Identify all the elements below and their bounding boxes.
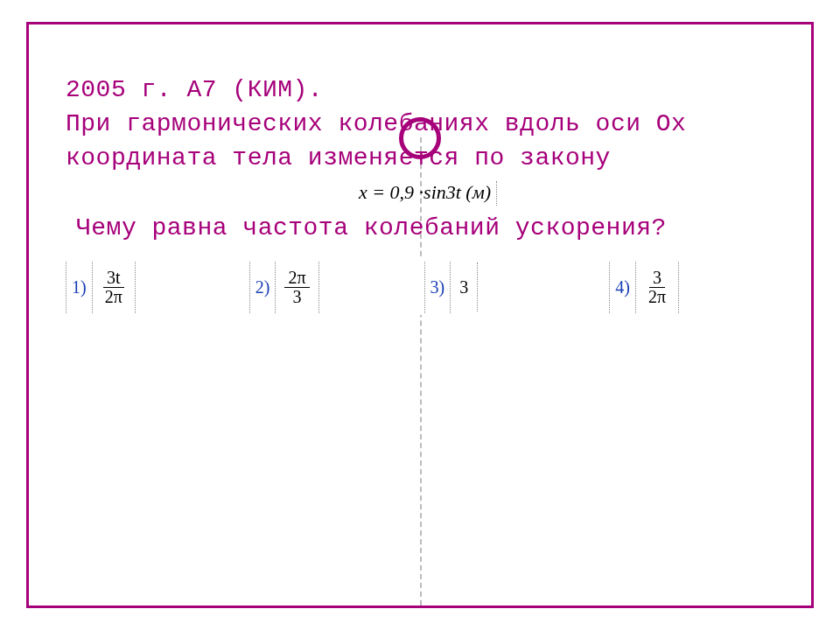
- answer-3: 3) 3: [424, 259, 479, 315]
- equation: x = 0,9 ·sin3t (м): [354, 181, 497, 206]
- frac-den: 3: [290, 288, 305, 306]
- fraction-icon: 2π 3: [284, 269, 309, 306]
- equation-text: x = 0,9 ·sin3t (м): [359, 181, 491, 203]
- frac-den: 2π: [102, 288, 126, 306]
- answer-4: 4) 3 2π: [609, 259, 679, 315]
- answer-1-value: 3t 2π: [96, 262, 136, 313]
- answer-1: 1) 3t 2π: [66, 259, 136, 315]
- slide-frame: 2005 г. А7 (КИМ). При гармонических коле…: [26, 22, 814, 608]
- frac-den: 2π: [645, 288, 669, 306]
- answer-4-number: 4): [609, 262, 636, 313]
- frac-num: 3t: [103, 269, 124, 288]
- answer-2: 2) 2π 3: [249, 259, 319, 315]
- content-block: 2005 г. А7 (КИМ). При гармонических коле…: [66, 73, 785, 245]
- fraction-icon: 3 2π: [645, 269, 669, 306]
- answer-4-value: 3 2π: [640, 262, 679, 313]
- answer-2-number: 2): [249, 262, 276, 313]
- answers-row: 1) 3t 2π 2) 2π 3 3) 3 4): [66, 259, 783, 315]
- equation-row: x = 0,9 ·sin3t (м): [66, 181, 785, 206]
- question-text: Чему равна частота колебаний ускорения?: [66, 211, 785, 245]
- ring-decoration: [399, 117, 441, 159]
- task-header: 2005 г. А7 (КИМ).: [66, 73, 785, 107]
- answer-3-value: 3: [454, 262, 478, 312]
- answer-1-number: 1): [66, 262, 93, 313]
- answer-3-number: 3): [424, 262, 452, 313]
- frac-num: 2π: [284, 269, 309, 288]
- answer-2-value: 2π 3: [279, 262, 318, 313]
- frac-num: 3: [649, 269, 665, 288]
- fraction-icon: 3t 2π: [102, 269, 126, 306]
